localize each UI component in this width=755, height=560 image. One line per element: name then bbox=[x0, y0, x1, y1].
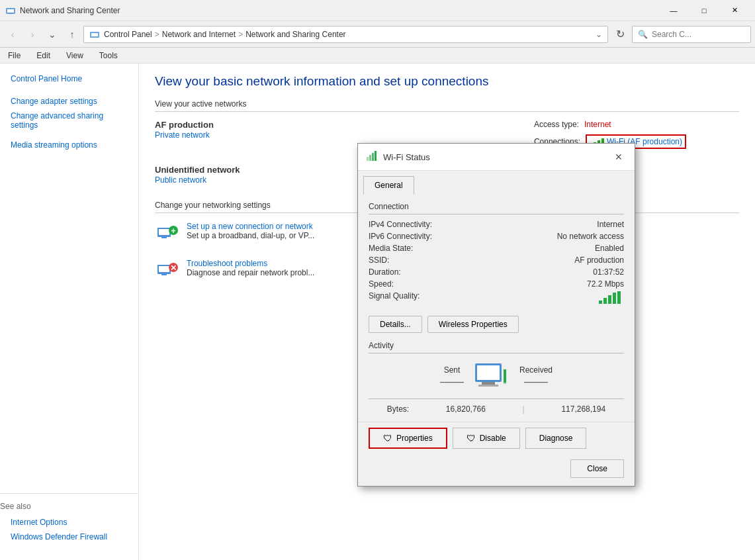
close-button[interactable]: ✕ bbox=[719, 0, 750, 21]
search-input[interactable] bbox=[652, 30, 745, 39]
troubleshoot-desc: Diagnose and repair network probl... bbox=[187, 268, 314, 277]
dialog-wifi-icon bbox=[366, 150, 378, 164]
network1-type[interactable]: Private network bbox=[155, 130, 210, 140]
properties-label: Properties bbox=[396, 434, 433, 443]
svg-rect-4 bbox=[91, 33, 98, 36]
diagnose-button[interactable]: Diagnose bbox=[525, 428, 587, 449]
troubleshoot-icon: ✕ bbox=[155, 258, 179, 282]
ipv6-label: IPv6 Connectivity: bbox=[369, 232, 432, 241]
network2-type[interactable]: Public network bbox=[155, 175, 206, 185]
activity-content: Sent —— bbox=[369, 360, 624, 393]
close-dialog-button[interactable]: Close bbox=[570, 459, 624, 478]
new-connection-link[interactable]: Set up a new connection or network bbox=[187, 222, 313, 231]
dialog-close-x-button[interactable]: ✕ bbox=[611, 149, 627, 165]
back-button[interactable]: ‹ bbox=[4, 26, 21, 43]
info-row-ipv6: IPv6 Connectivity: No network access bbox=[369, 232, 624, 241]
sent-label: Sent bbox=[440, 365, 464, 375]
dialog-footer: 🛡 Properties 🛡 Disable Diagnose bbox=[358, 422, 635, 454]
dialog-title-bar: Wi-Fi Status ✕ bbox=[358, 144, 635, 171]
svg-text:+: + bbox=[171, 226, 175, 236]
ssid-label: SSID: bbox=[369, 256, 389, 265]
dialog-body: Connection IPv4 Connectivity: Internet I… bbox=[358, 194, 635, 422]
content-area: View your basic network information and … bbox=[139, 64, 755, 560]
svg-rect-20 bbox=[603, 298, 607, 304]
details-button[interactable]: Details... bbox=[369, 316, 422, 333]
properties-shield-icon: 🛡 bbox=[383, 433, 392, 443]
app-icon bbox=[5, 5, 16, 16]
received-arrow: —— bbox=[519, 375, 553, 389]
minimize-button[interactable]: — bbox=[658, 0, 689, 21]
info-row-media-state: Media State: Enabled bbox=[369, 244, 624, 253]
bytes-row: Bytes: 16,820,766 | 117,268,194 bbox=[369, 404, 624, 414]
svg-rect-1 bbox=[7, 9, 14, 13]
svg-rect-16 bbox=[369, 155, 371, 161]
forward-button[interactable]: › bbox=[24, 26, 41, 43]
menu-edit[interactable]: Edit bbox=[34, 50, 53, 62]
wireless-properties-button[interactable]: Wireless Properties bbox=[427, 316, 519, 333]
access-type-value: Internet bbox=[584, 120, 611, 129]
window-title: Network and Sharing Center bbox=[20, 6, 658, 15]
info-row-speed: Speed: 72.2 Mbps bbox=[369, 279, 624, 289]
details-buttons-row: Details... Wireless Properties bbox=[369, 316, 624, 333]
tab-general[interactable]: General bbox=[363, 176, 414, 195]
menu-tools[interactable]: Tools bbox=[97, 50, 120, 62]
svg-rect-31 bbox=[504, 369, 506, 383]
ssid-value: AF production bbox=[574, 256, 624, 265]
path-network-sharing: Network and Sharing Center bbox=[245, 30, 345, 39]
duration-value: 01:37:52 bbox=[593, 267, 624, 277]
sidebar-item-windows-defender[interactable]: Windows Defender Firewall bbox=[0, 530, 138, 544]
see-also-title: See also bbox=[0, 502, 138, 511]
activity-section-title: Activity bbox=[369, 341, 624, 353]
active-networks-header: View your active networks bbox=[155, 99, 739, 112]
info-row-ipv4: IPv4 Connectivity: Internet bbox=[369, 220, 624, 229]
svg-rect-23 bbox=[617, 291, 621, 304]
close-button-row: Close bbox=[358, 454, 635, 486]
up-button[interactable]: ↑ bbox=[64, 26, 81, 43]
sidebar-item-change-advanced[interactable]: Change advanced sharingsettings bbox=[0, 109, 138, 132]
sidebar-item-media-streaming[interactable]: Media streaming options bbox=[0, 138, 138, 152]
svg-rect-12 bbox=[161, 274, 167, 275]
info-row-ssid: SSID: AF production bbox=[369, 256, 624, 265]
svg-rect-18 bbox=[375, 151, 377, 161]
svg-rect-19 bbox=[599, 301, 602, 304]
media-state-value: Enabled bbox=[595, 244, 624, 253]
svg-rect-6 bbox=[159, 229, 169, 235]
recent-locations-button[interactable]: ⌄ bbox=[44, 26, 61, 43]
address-dropdown-button[interactable]: ⌄ bbox=[596, 30, 602, 39]
sidebar-item-internet-options[interactable]: Internet Options bbox=[0, 515, 138, 530]
wifi-status-dialog: Wi-Fi Status ✕ General Connection IPv4 C… bbox=[357, 143, 635, 487]
bytes-label: Bytes: bbox=[387, 404, 409, 414]
search-icon: 🔍 bbox=[638, 30, 648, 39]
svg-rect-27 bbox=[478, 385, 498, 387]
maximize-button[interactable]: □ bbox=[689, 0, 719, 21]
refresh-button[interactable]: ↻ bbox=[611, 25, 629, 44]
page-title: View your basic network information and … bbox=[155, 74, 739, 89]
svg-rect-17 bbox=[372, 153, 374, 161]
search-box: 🔍 bbox=[632, 26, 751, 43]
new-connection-desc: Set up a broadband, dial-up, or VP... bbox=[187, 231, 314, 240]
received-label: Received bbox=[519, 365, 553, 375]
signal-label: Signal Quality: bbox=[369, 291, 420, 308]
svg-rect-7 bbox=[161, 237, 167, 238]
network1-name: AF production bbox=[155, 120, 214, 130]
svg-rect-15 bbox=[367, 157, 369, 161]
window-controls: — □ ✕ bbox=[658, 0, 750, 21]
properties-button[interactable]: 🛡 Properties bbox=[369, 428, 447, 449]
svg-rect-21 bbox=[608, 295, 611, 304]
menu-bar: File Edit View Tools bbox=[0, 48, 755, 64]
connection-section-title: Connection bbox=[369, 202, 624, 214]
sidebar: Control Panel Home Change adapter settin… bbox=[0, 64, 139, 560]
menu-file[interactable]: File bbox=[5, 50, 23, 62]
sidebar-item-change-adapter[interactable]: Change adapter settings bbox=[0, 94, 138, 109]
access-type-label: Access type: bbox=[534, 120, 579, 129]
sidebar-item-control-panel-home[interactable]: Control Panel Home bbox=[0, 71, 138, 86]
disable-button[interactable]: 🛡 Disable bbox=[453, 428, 520, 449]
svg-text:✕: ✕ bbox=[170, 263, 177, 273]
troubleshoot-link[interactable]: Troubleshoot problems bbox=[187, 259, 267, 268]
address-path[interactable]: Control Panel > Network and Internet > N… bbox=[83, 26, 608, 43]
info-row-duration: Duration: 01:37:52 bbox=[369, 267, 624, 277]
computer-icon bbox=[472, 360, 511, 393]
menu-view[interactable]: View bbox=[64, 50, 86, 62]
info-row-signal: Signal Quality: bbox=[369, 291, 624, 308]
signal-bars bbox=[598, 291, 624, 308]
